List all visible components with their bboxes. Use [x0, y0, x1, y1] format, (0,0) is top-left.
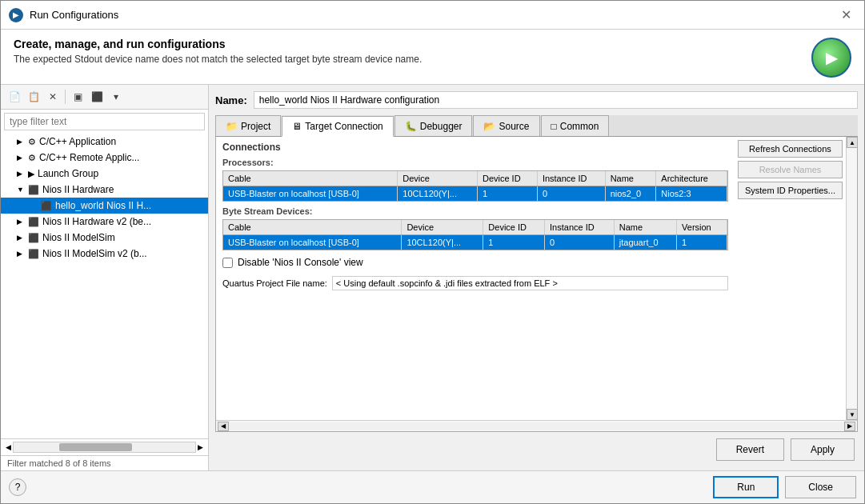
disable-console-row: Disable 'Nios II Console' view — [216, 252, 735, 273]
horizontal-scrollbar[interactable] — [13, 442, 196, 453]
tab-content: Connections Processors: Cable Device Dev… — [215, 137, 858, 432]
copy-config-button[interactable]: 📋 — [25, 88, 42, 106]
cell-device-id: 1 — [483, 235, 545, 250]
tree-item-cpp-app[interactable]: ▶ ⚙ C/C++ Application — [1, 134, 208, 150]
expand-arrow: ▶ — [17, 154, 25, 162]
table-row[interactable]: USB-Blaster on localhost [USB-0] 10CL120… — [223, 186, 727, 202]
refresh-connections-button[interactable]: Refresh Connections — [738, 140, 843, 158]
col-device: Device — [402, 220, 483, 235]
tab-common[interactable]: □ Common — [541, 115, 610, 136]
tree-area: ▶ ⚙ C/C++ Application ▶ ⚙ C/C++ Remote A… — [1, 134, 208, 438]
scroll-down-button[interactable]: ▼ — [847, 409, 857, 420]
scroll-up-button[interactable]: ▲ — [847, 137, 857, 148]
tree-item-nios2-hw[interactable]: ▼ ⬛ Nios II Hardware — [1, 182, 208, 198]
resolve-names-button[interactable]: Resolve Names — [738, 161, 843, 178]
tree-item-launch-group[interactable]: ▶ ▶ Launch Group — [1, 166, 208, 182]
run-button[interactable]: Run — [713, 476, 779, 498]
run-icon: ▶ — [811, 38, 851, 78]
byte-stream-table: Cable Device Device ID Instance ID Name … — [223, 220, 727, 250]
tree-item-nios2-modelsim-v2[interactable]: ▶ ⬛ Nios II ModelSim v2 (b... — [1, 246, 208, 262]
delete-config-button[interactable]: ✕ — [44, 88, 62, 106]
cell-name: nios2_0 — [605, 186, 656, 202]
cell-device: 10CL120(Y|... — [398, 186, 478, 202]
tab-project[interactable]: 📁 Project — [215, 115, 281, 136]
scroll-right-button[interactable]: ▶ — [198, 443, 203, 451]
cell-device: 10CL120(Y|... — [402, 235, 483, 250]
col-cable: Cable — [223, 220, 402, 235]
filter-count: Filter matched 8 of 8 items — [1, 455, 208, 470]
expand-arrow: ▶ — [17, 218, 25, 226]
col-instance-id: Instance ID — [537, 171, 605, 186]
tree-item-label: hello_world Nios II H... — [55, 200, 151, 211]
tab-debugger-icon: 🐛 — [405, 121, 417, 132]
close-button[interactable]: Close — [785, 476, 856, 498]
tab-source-icon: 📂 — [483, 121, 495, 132]
table-row[interactable]: USB-Blaster on localhost [USB-0] 10CL120… — [223, 235, 727, 250]
tree-item-label: Launch Group — [38, 168, 98, 179]
vertical-scrollbar[interactable]: ▲ ▼ — [846, 137, 857, 420]
qpf-input[interactable] — [332, 276, 728, 290]
col-name: Name — [614, 220, 676, 235]
tree-item-nios2-modelsim[interactable]: ▶ ⬛ Nios II ModelSim — [1, 230, 208, 246]
hscroll-right-button[interactable]: ▶ — [844, 422, 855, 431]
tree-item-label: C/C++ Application — [39, 136, 116, 147]
tab-target-connection[interactable]: 🖥 Target Connection — [282, 116, 393, 137]
processors-table: Cable Device Device ID Instance ID Name … — [223, 171, 727, 201]
col-device-id: Device ID — [477, 171, 537, 186]
connections-label: Connections — [216, 137, 735, 154]
dropdown-button[interactable]: ▾ — [107, 88, 125, 106]
expand-arrow: ▼ — [17, 186, 25, 194]
right-side-buttons: Refresh Connections Resolve Names System… — [735, 137, 846, 420]
hscroll-track — [229, 422, 844, 430]
tab-main: Connections Processors: Cable Device Dev… — [216, 137, 735, 420]
left-panel: 📄 📋 ✕ ▣ ⬛ ▾ ▶ ⚙ C/C++ Application ▶ — [1, 85, 209, 470]
byte-stream-label: Byte Stream Devices: — [216, 203, 735, 218]
filter-button[interactable]: ▣ — [69, 88, 86, 106]
tab-debugger[interactable]: 🐛 Debugger — [394, 115, 473, 136]
filter-input[interactable] — [4, 113, 205, 130]
system-id-properties-button[interactable]: System ID Properties... — [738, 182, 843, 199]
qpf-label: Quartus Project File name: — [222, 278, 327, 288]
cell-instance-id: 0 — [545, 235, 615, 250]
tree-item-nios2-hw-v2[interactable]: ▶ ⬛ Nios II Hardware v2 (be... — [1, 214, 208, 230]
horizontal-scrollbar-area: ◀ ▶ — [1, 438, 208, 455]
tabs-bar: 📁 Project 🖥 Target Connection 🐛 Debugger… — [215, 115, 858, 137]
tab-source-label: Source — [499, 121, 529, 132]
tab-project-label: Project — [241, 121, 270, 132]
tree-item-label: Nios II Hardware v2 (be... — [42, 216, 151, 227]
cell-cable: USB-Blaster on localhost [USB-0] — [223, 186, 398, 202]
cell-cable: USB-Blaster on localhost [USB-0] — [223, 235, 402, 250]
col-instance-id: Instance ID — [545, 220, 615, 235]
apply-button[interactable]: Apply — [791, 438, 855, 461]
tab-source[interactable]: 📂 Source — [473, 115, 539, 136]
tree-item-cpp-remote[interactable]: ▶ ⚙ C/C++ Remote Applic... — [1, 150, 208, 166]
bottom-horizontal-scrollbar[interactable]: ◀ ▶ — [216, 420, 857, 431]
col-name: Name — [605, 171, 656, 186]
cell-instance-id: 0 — [537, 186, 605, 202]
cell-device-id: 1 — [477, 186, 537, 202]
tree-item-label: Nios II ModelSim — [42, 232, 115, 243]
revert-button[interactable]: Revert — [716, 438, 784, 461]
disable-console-checkbox[interactable] — [222, 258, 233, 268]
tab-target-label: Target Connection — [305, 121, 382, 132]
disable-console-label: Disable 'Nios II Console' view — [238, 257, 363, 268]
collapse-button[interactable]: ⬛ — [88, 88, 106, 106]
scroll-track — [847, 148, 857, 409]
header-subtitle: The expected Stdout device name does not… — [14, 54, 422, 65]
tab-common-label: Common — [560, 121, 599, 132]
tab-project-icon: 📁 — [226, 121, 238, 132]
name-input[interactable] — [254, 91, 858, 109]
app-icon: ▶ — [9, 8, 23, 22]
scroll-left-button[interactable]: ◀ — [6, 443, 11, 451]
name-row: Name: — [215, 91, 858, 109]
help-button[interactable]: ? — [9, 478, 26, 496]
bottom-buttons: Revert Apply — [215, 432, 858, 464]
dialog-footer: ? Run Close — [1, 470, 864, 503]
expand-arrow: ▶ — [17, 234, 25, 242]
tree-item-hello-world[interactable]: ⬛ hello_world Nios II H... — [1, 198, 208, 214]
hscroll-left-button[interactable]: ◀ — [218, 422, 229, 431]
window-close-button[interactable]: ✕ — [836, 6, 856, 24]
tree-item-label: C/C++ Remote Applic... — [39, 152, 139, 163]
tab-common-icon: □ — [551, 121, 557, 132]
new-config-button[interactable]: 📄 — [6, 88, 23, 106]
